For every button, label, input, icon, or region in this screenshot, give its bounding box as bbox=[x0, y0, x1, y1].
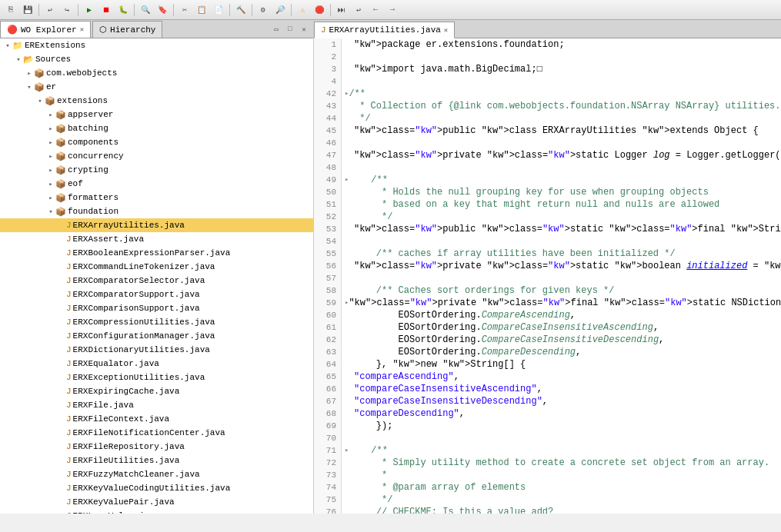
tree-node-ERXEqualator.java[interactable]: J ERXEqualator.java bbox=[0, 357, 313, 371]
toolbar-btn-undo[interactable]: ↩ bbox=[42, 2, 58, 18]
tree-icon-java: J bbox=[66, 331, 72, 341]
tree-arrow: ▸ bbox=[46, 194, 55, 202]
tree-node-ERXComparisonSupport.java[interactable]: J ERXComparisonSupport.java bbox=[0, 301, 313, 315]
tree-node-ERXFuzzyMatchCleaner.java[interactable]: J ERXFuzzyMatchCleaner.java bbox=[0, 467, 313, 481]
tree-node-ERXCompressionUtilities.java[interactable]: J ERXCompressionUtilities.java bbox=[0, 315, 313, 329]
tree-node-com.webobjects[interactable]: ▸ 📦 com.webobjects bbox=[0, 66, 313, 80]
tree-node-ERXComparatorSelector.java[interactable]: J ERXComparatorSelector.java bbox=[0, 274, 313, 288]
tree-node-crypting[interactable]: ▸ 📦 crypting bbox=[0, 163, 313, 177]
tree-node-ERXFileRepository.java[interactable]: J ERXFileRepository.java bbox=[0, 440, 313, 454]
tree-node-ERXKeyValuePair.java[interactable]: J ERXKeyValuePair.java bbox=[0, 495, 313, 509]
panel-maximize-btn[interactable]: □ bbox=[284, 23, 296, 35]
tree-node-ERXExpiringCache.java[interactable]: J ERXExpiringCache.java bbox=[0, 384, 313, 398]
tree-node-concurrency[interactable]: ▸ 📦 concurrency bbox=[0, 149, 313, 163]
toolbar-btn-run[interactable]: ▶ bbox=[82, 2, 97, 18]
tree-node-ERXKeyValueCodingUtilities.java[interactable]: J ERXKeyValueCodingUtilities.java bbox=[0, 481, 313, 495]
editor-tab-close[interactable]: ✕ bbox=[444, 26, 448, 35]
tree-icon-java: J bbox=[66, 414, 72, 424]
line-number-60: 60 bbox=[319, 309, 336, 321]
toolbar-btn-zoom[interactable]: 🔎 bbox=[272, 2, 288, 18]
toolbar-btn-new[interactable]: ⎘ bbox=[3, 2, 18, 18]
toolbar-btn-step-into[interactable]: ↩ bbox=[351, 2, 366, 18]
tree-node-er[interactable]: ▾ 📦 er bbox=[0, 80, 313, 94]
main-container: 🔴 WO Explorer ✕ ⬡ Hierarchy ▭ □ ✕ ▾ 📁 ER… bbox=[0, 20, 781, 514]
line-number-57: 57 bbox=[319, 272, 336, 284]
toolbar-btn-nav-back[interactable]: ← bbox=[368, 2, 383, 18]
code-area[interactable]: 1234424344454647484950515253545556575859… bbox=[314, 38, 781, 514]
code-line-1: "kw">package er.extensions.foundation; bbox=[345, 38, 781, 51]
tree-icon-java: J bbox=[66, 262, 72, 271]
line-number-55: 55 bbox=[319, 248, 336, 260]
tree-icon-package: 📦 bbox=[34, 82, 45, 92]
tree-node-batching[interactable]: ▸ 📦 batching bbox=[0, 121, 313, 135]
line-number-52: 52 bbox=[319, 211, 336, 223]
code-line-76: // CHECKME: Is this a value add? bbox=[345, 506, 781, 514]
tree-node-ERXFileUtilities.java[interactable]: J ERXFileUtilities.java bbox=[0, 454, 313, 467]
toolbar-btn-stop[interactable]: ⏹ bbox=[98, 2, 114, 18]
panel-minimize-btn[interactable]: ▭ bbox=[270, 23, 282, 35]
tree-node-ERXFileNotificationCenter.java[interactable]: J ERXFileNotificationCenter.java bbox=[0, 426, 313, 440]
tree-icon-project: 📁 bbox=[12, 41, 23, 51]
hierarchy-icon: ⬡ bbox=[99, 25, 107, 35]
tree-node-ERXComparatorSupport.java[interactable]: J ERXComparatorSupport.java bbox=[0, 288, 313, 301]
toolbar-btn-copy[interactable]: 📋 bbox=[194, 2, 209, 18]
tab-wo-explorer-close[interactable]: ✕ bbox=[80, 25, 84, 34]
code-line-66: "compareCaseInsensitiveAscending", bbox=[345, 383, 781, 395]
tree-node-ERXFileContext.java[interactable]: J ERXFileContext.java bbox=[0, 412, 313, 426]
tree-node-ERXLazyValue.java[interactable]: J ERXLazyValue.java bbox=[0, 509, 313, 514]
code-line-60: EOSortOrdering.CompareAscending, bbox=[345, 309, 781, 321]
toolbar-btn-error[interactable]: 🛑 bbox=[312, 2, 327, 18]
tab-wo-explorer[interactable]: 🔴 WO Explorer ✕ bbox=[0, 21, 91, 38]
tree-node-sources[interactable]: ▾ 📂 Sources bbox=[0, 52, 313, 66]
tree-arrow: ▸ bbox=[46, 180, 55, 188]
tree-node-components[interactable]: ▸ 📦 components bbox=[0, 135, 313, 149]
tree-node-ERXBooleanExpressionParser.java[interactable]: J ERXBooleanExpressionParser.java bbox=[0, 246, 313, 260]
editor-tab-filename: ERXArrayUtilities.java bbox=[329, 25, 441, 35]
tree-node-ERXFile.java[interactable]: J ERXFile.java bbox=[0, 398, 313, 412]
tree-node-ERXConfigurationManager.java[interactable]: J ERXConfigurationManager.java bbox=[0, 329, 313, 343]
toolbar-btn-warn[interactable]: ⚠ bbox=[295, 2, 310, 18]
tree-node-erextensions[interactable]: ▾ 📁 ERExtensions bbox=[0, 38, 313, 52]
tree-node-formatters[interactable]: ▸ 📦 formatters bbox=[0, 191, 313, 204]
tree-icon-java: J bbox=[66, 345, 72, 354]
tree-arrow: ▸ bbox=[46, 152, 55, 161]
toolbar-sep-1 bbox=[38, 4, 39, 16]
tree-node-foundation[interactable]: ▾ 📦 foundation bbox=[0, 204, 313, 218]
toolbar-btn-settings[interactable]: ⚙ bbox=[255, 2, 271, 18]
tree-label-ERXExpiringCache.java: ERXExpiringCache.java bbox=[73, 387, 180, 396]
toolbar-btn-search[interactable]: 🔍 bbox=[138, 2, 153, 18]
toolbar-btn-cut[interactable]: ✂ bbox=[177, 2, 192, 18]
tree-label-sources: Sources bbox=[35, 55, 71, 64]
tree-node-appserver[interactable]: ▸ 📦 appserver bbox=[0, 108, 313, 121]
toolbar-btn-nav-fwd[interactable]: → bbox=[385, 2, 400, 18]
toolbar-btn-debug[interactable]: 🐛 bbox=[115, 2, 131, 18]
tree-icon-package: 📦 bbox=[55, 179, 66, 189]
line-number-76: 76 bbox=[319, 506, 336, 514]
toolbar-sep-6 bbox=[252, 4, 252, 16]
toolbar-btn-redo[interactable]: ↪ bbox=[59, 2, 75, 18]
line-number-47: 47 bbox=[319, 149, 336, 161]
tree-node-ERXAssert.java[interactable]: J ERXAssert.java bbox=[0, 232, 313, 246]
tree-icon-java: J bbox=[66, 373, 72, 382]
tree-node-eof[interactable]: ▸ 📦 eof bbox=[0, 177, 313, 191]
line-number-62: 62 bbox=[319, 334, 336, 346]
line-number-42: 42 bbox=[319, 88, 336, 100]
toolbar-btn-build[interactable]: 🔨 bbox=[233, 2, 249, 18]
toolbar-btn-step-over[interactable]: ⏭ bbox=[334, 2, 349, 18]
tree-node-ERXArrayUtilities.java[interactable]: J ERXArrayUtilities.java bbox=[0, 218, 313, 232]
tree-node-ERXCommandLineTokenizer.java[interactable]: J ERXCommandLineTokenizer.java bbox=[0, 260, 313, 274]
toolbar-btn-save[interactable]: 💾 bbox=[20, 2, 35, 18]
panel-close-btn[interactable]: ✕ bbox=[298, 23, 310, 35]
tree-label-ERXDictionaryUtilities.java: ERXDictionaryUtilities.java bbox=[73, 345, 210, 354]
tree-arrow: ▸ bbox=[46, 138, 55, 147]
toolbar-btn-paste[interactable]: 📄 bbox=[211, 2, 226, 18]
editor-tab-erxarrayutilities[interactable]: J ERXArrayUtilities.java ✕ bbox=[314, 22, 455, 38]
tree-arrow: ▸ bbox=[25, 69, 34, 78]
toolbar-btn-bookmark[interactable]: 🔖 bbox=[155, 2, 170, 18]
tree-node-extensions[interactable]: ▾ 📦 extensions bbox=[0, 94, 313, 108]
tab-hierarchy[interactable]: ⬡ Hierarchy bbox=[92, 21, 162, 38]
tree-node-ERXDictionaryUtilities.java[interactable]: J ERXDictionaryUtilities.java bbox=[0, 343, 313, 357]
tree-node-ERXExceptionUtilities.java[interactable]: J ERXExceptionUtilities.java bbox=[0, 371, 313, 384]
tree-icon-package: 📦 bbox=[55, 193, 66, 203]
tree-icon-java: J bbox=[66, 276, 72, 285]
